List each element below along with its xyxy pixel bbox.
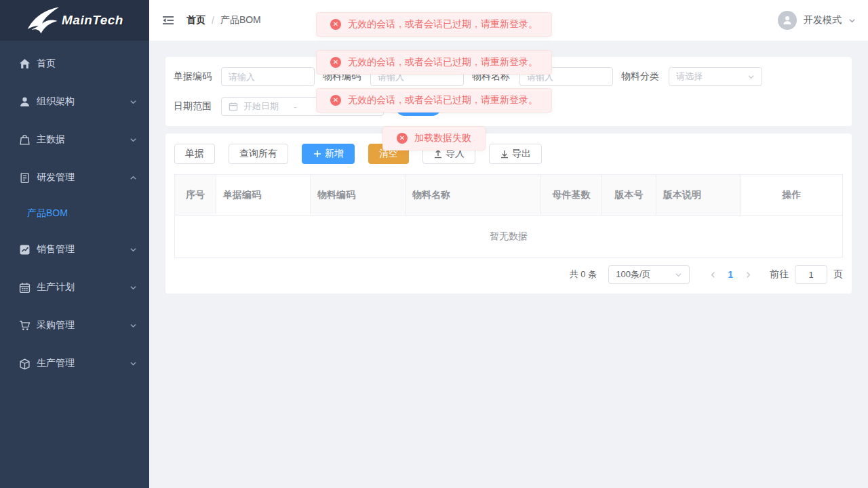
toast-load-data-failed: ✕ 加载数据失败	[382, 126, 486, 150]
sidebar-item-label: 采购管理	[37, 319, 75, 331]
error-circle-icon: ✕	[330, 57, 341, 68]
upload-icon	[433, 149, 443, 159]
table-panel: 单据 查询所有 新增 清空 导入 导出 序号 单据编码 物料编码 物料名称 母件…	[165, 134, 852, 293]
download-icon	[500, 149, 509, 159]
add-button[interactable]: 新增	[302, 144, 355, 164]
bag-icon	[19, 134, 31, 146]
column-header-parent-base: 母件基数	[541, 175, 602, 216]
breadcrumb: 首页 / 产品BOM	[186, 14, 261, 26]
sidebar-item-label: 研发管理	[37, 171, 75, 184]
select-placeholder: 请选择	[676, 70, 703, 83]
toolbar: 单据 查询所有 新增 清空 导入 导出	[174, 144, 843, 164]
avatar	[778, 11, 797, 30]
user-mode-label: 开发模式	[804, 14, 842, 26]
toast-message: 无效的会话，或者会话已过期，请重新登录。	[348, 94, 538, 106]
column-header-version: 版本号	[602, 175, 656, 216]
field-label-doc-code: 单据编码	[174, 70, 212, 83]
field-label-material-category: 物料分类	[621, 70, 660, 83]
error-circle-icon: ✕	[330, 95, 341, 106]
sidebar-item-label: 生产计划	[37, 281, 75, 293]
user-menu[interactable]: 开发模式	[778, 11, 856, 30]
export-button-label: 导出	[512, 148, 531, 160]
document-button[interactable]: 单据	[174, 144, 215, 164]
next-page-icon[interactable]	[743, 271, 753, 279]
date-separator: -	[294, 102, 296, 112]
error-circle-icon: ✕	[330, 19, 341, 30]
goto-unit: 页	[833, 268, 843, 281]
sidebar-item-sales-management[interactable]: 销售管理	[0, 230, 149, 268]
page-size-value: 100条/页	[616, 268, 650, 281]
page-size-select[interactable]: 100条/页	[608, 265, 690, 284]
bom-table: 序号 单据编码 物料编码 物料名称 母件基数 版本号 版本说明 操作 暂无数据	[174, 174, 843, 258]
sidebar-item-label: 首页	[37, 58, 56, 70]
chart-icon	[19, 244, 31, 256]
sidebar-item-production-management[interactable]: 生产管理	[0, 344, 149, 382]
prev-page-icon[interactable]	[707, 271, 718, 279]
sidebar-menu: 首页 组织架构 主数据 研发管理 产品BOM	[0, 41, 149, 382]
sidebar-item-rnd-management[interactable]: 研发管理	[0, 159, 149, 197]
sidebar: MainTech 首页 组织架构 主数据 研发管理	[0, 0, 149, 488]
column-header-index: 序号	[175, 175, 216, 216]
table-header-row: 序号 单据编码 物料编码 物料名称 母件基数 版本号 版本说明 操作	[175, 175, 842, 216]
field-label-date-range: 日期范围	[174, 100, 212, 113]
chevron-down-icon	[130, 98, 137, 106]
query-all-button[interactable]: 查询所有	[229, 144, 288, 164]
chevron-down-icon	[130, 284, 137, 291]
sidebar-item-production-plan[interactable]: 生产计划	[0, 268, 149, 306]
user-icon	[19, 96, 31, 108]
chevron-up-icon	[130, 174, 137, 182]
chevron-down-icon	[848, 17, 856, 24]
chevron-down-icon	[130, 360, 137, 367]
cart-icon	[19, 320, 31, 331]
breadcrumb-separator: /	[212, 15, 214, 26]
pagination-total: 共 0 条	[570, 268, 597, 281]
calendar-icon	[19, 282, 31, 293]
sidebar-subitem-product-bom[interactable]: 产品BOM	[0, 197, 149, 230]
table-empty-state: 暂无数据	[175, 216, 842, 257]
error-circle-icon: ✕	[397, 133, 408, 144]
calendar-icon	[229, 102, 238, 111]
brand-swoosh-icon	[26, 6, 61, 35]
sidebar-item-purchasing-management[interactable]: 采购管理	[0, 306, 149, 344]
material-category-select[interactable]: 请选择	[669, 67, 762, 86]
chevron-down-icon	[675, 271, 682, 279]
export-button[interactable]: 导出	[489, 144, 542, 164]
breadcrumb-current: 产品BOM	[220, 14, 261, 26]
toast-session-error-2: ✕ 无效的会话，或者会话已过期，请重新登录。	[316, 50, 552, 75]
breadcrumb-home[interactable]: 首页	[186, 14, 205, 26]
home-icon	[19, 58, 31, 70]
brand-logo: MainTech	[0, 0, 149, 41]
sidebar-subitem-label: 产品BOM	[27, 207, 68, 220]
column-header-doc-code: 单据编码	[216, 175, 311, 216]
document-icon	[19, 172, 31, 184]
column-header-version-note: 版本说明	[656, 175, 741, 216]
toast-message: 加载数据失败	[414, 132, 471, 144]
toast-session-error-3: ✕ 无效的会话，或者会话已过期，请重新登录。	[316, 88, 552, 113]
goto-label: 前往	[770, 268, 789, 281]
sidebar-item-home[interactable]: 首页	[0, 45, 149, 83]
sidebar-item-organization[interactable]: 组织架构	[0, 83, 149, 121]
column-header-material-name: 物料名称	[406, 175, 541, 216]
sidebar-item-label: 主数据	[37, 134, 65, 146]
doc-code-input[interactable]	[221, 67, 315, 86]
current-page-number[interactable]: 1	[728, 269, 733, 280]
sidebar-fold-icon[interactable]	[161, 14, 175, 27]
column-header-material-code: 物料编码	[311, 175, 406, 216]
chevron-down-icon	[130, 246, 137, 253]
column-header-actions: 操作	[741, 175, 842, 216]
chevron-down-icon	[130, 136, 137, 144]
box-icon	[19, 358, 31, 369]
plus-icon	[313, 149, 322, 159]
brand-name: MainTech	[62, 13, 123, 28]
add-button-label: 新增	[325, 148, 344, 160]
chevron-down-icon	[130, 322, 137, 329]
sidebar-item-label: 销售管理	[37, 243, 75, 256]
chevron-down-icon	[747, 73, 755, 81]
sidebar-item-master-data[interactable]: 主数据	[0, 121, 149, 159]
toast-message: 无效的会话，或者会话已过期，请重新登录。	[348, 56, 538, 68]
goto-page-input[interactable]	[795, 265, 827, 284]
toast-session-error-1: ✕ 无效的会话，或者会话已过期，请重新登录。	[316, 12, 552, 37]
sidebar-item-label: 生产管理	[37, 357, 75, 369]
sidebar-item-label: 组织架构	[37, 96, 75, 108]
toast-message: 无效的会话，或者会话已过期，请重新登录。	[348, 18, 538, 30]
